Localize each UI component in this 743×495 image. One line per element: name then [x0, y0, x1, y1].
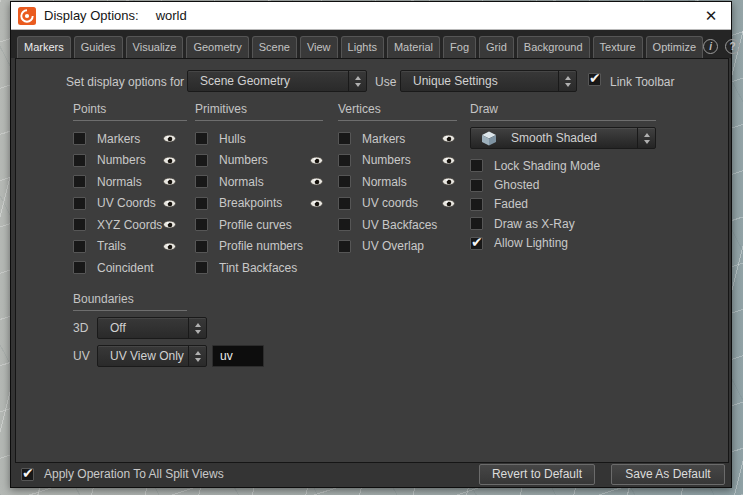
tab[interactable]: Texture	[593, 36, 643, 58]
option-checkbox[interactable]	[73, 154, 86, 167]
points-header: Points	[73, 102, 187, 121]
tab-label: Optimize	[653, 41, 696, 53]
boundaries-3d-dropdown[interactable]: Off	[97, 317, 207, 339]
option-checkbox[interactable]	[470, 237, 483, 250]
use-settings-dropdown[interactable]: Unique Settings	[400, 70, 577, 92]
points-option-row: Trails	[73, 236, 176, 258]
eye-icon[interactable]	[163, 242, 176, 251]
close-icon[interactable]: ✕	[701, 6, 721, 26]
eye-icon[interactable]	[442, 199, 455, 208]
points-option-row: Coincident	[73, 257, 176, 279]
option-checkbox[interactable]	[470, 179, 483, 192]
option-checkbox[interactable]	[338, 240, 351, 253]
boundaries-header: Boundaries	[73, 292, 187, 311]
titlebar[interactable]: Display Options:world ✕	[11, 2, 731, 30]
eye-icon[interactable]	[163, 199, 176, 208]
boundaries-uv-value: UV View Only	[98, 346, 188, 366]
option-checkbox[interactable]	[470, 217, 483, 230]
primitives-option-row: Profile numbers	[195, 236, 323, 258]
option-label: Numbers	[97, 153, 163, 167]
tab-label: View	[307, 41, 331, 53]
tab-label: Geometry	[193, 41, 241, 53]
option-checkbox[interactable]	[470, 198, 483, 211]
eye-icon[interactable]	[310, 177, 323, 186]
eye-icon[interactable]	[310, 156, 323, 165]
tab[interactable]: Background	[517, 36, 590, 58]
option-label: Draw as X-Ray	[494, 217, 656, 231]
shaded-cube-icon	[481, 131, 497, 146]
eye-icon[interactable]	[442, 134, 455, 143]
eye-icon[interactable]	[163, 220, 176, 229]
option-checkbox[interactable]	[338, 154, 351, 167]
use-settings-value: Unique Settings	[401, 71, 558, 91]
option-checkbox[interactable]	[73, 218, 86, 231]
eye-icon[interactable]	[163, 134, 176, 143]
option-checkbox[interactable]	[470, 159, 483, 172]
primitives-option-row: Hulls	[195, 128, 323, 150]
info-icon[interactable]: i	[703, 39, 718, 54]
shading-mode-dropdown[interactable]: Smooth Shaded	[470, 127, 656, 149]
option-checkbox[interactable]	[73, 132, 86, 145]
option-label: Allow Lighting	[494, 236, 656, 250]
use-label: Use	[375, 75, 396, 89]
option-label: UV coords	[362, 196, 442, 210]
link-toolbar-checkbox[interactable]	[588, 73, 601, 86]
vertices-option-row: Numbers	[338, 150, 455, 172]
eye-icon[interactable]	[163, 156, 176, 165]
option-label: Profile curves	[219, 218, 310, 232]
tab[interactable]: Material	[387, 36, 440, 58]
draw-option-row: Draw as X-Ray	[470, 214, 656, 233]
option-checkbox[interactable]	[73, 240, 86, 253]
help-icon[interactable]: ?	[725, 39, 740, 54]
option-checkbox[interactable]	[195, 261, 208, 274]
tab-label: Grid	[486, 41, 507, 53]
option-checkbox[interactable]	[338, 218, 351, 231]
draw-option-row: Lock Shading Mode	[470, 156, 656, 175]
tab[interactable]: Lights	[341, 36, 384, 58]
revert-to-default-button[interactable]: Revert to Default	[479, 464, 595, 485]
dropdown-arrows-icon	[637, 128, 655, 148]
option-checkbox[interactable]	[195, 240, 208, 253]
tab[interactable]: Fog	[443, 36, 476, 58]
option-checkbox[interactable]	[73, 197, 86, 210]
eye-icon[interactable]	[310, 199, 323, 208]
option-checkbox[interactable]	[338, 197, 351, 210]
set-display-options-label: Set display options for	[66, 75, 184, 89]
window-title: Display Options:world	[44, 8, 187, 23]
tab[interactable]: Geometry	[186, 36, 248, 58]
option-checkbox[interactable]	[73, 261, 86, 274]
tab[interactable]: Optimize	[646, 36, 703, 58]
tab-label: Scene	[259, 41, 290, 53]
tab[interactable]: View	[300, 36, 338, 58]
option-checkbox[interactable]	[195, 132, 208, 145]
option-checkbox[interactable]	[195, 175, 208, 188]
boundaries-uv-dropdown[interactable]: UV View Only	[97, 345, 207, 367]
option-checkbox[interactable]	[195, 218, 208, 231]
scene-geometry-value: Scene Geometry	[188, 71, 348, 91]
tab[interactable]: Scene	[252, 36, 297, 58]
tab[interactable]: Markers	[17, 36, 71, 58]
eye-icon[interactable]	[442, 177, 455, 186]
apply-all-split-views-checkbox[interactable]	[21, 468, 34, 481]
option-checkbox[interactable]	[73, 175, 86, 188]
tab[interactable]: Guides	[74, 36, 123, 58]
uv-attribute-field[interactable]	[212, 345, 264, 367]
save-as-default-button[interactable]: Save As Default	[611, 464, 725, 485]
tab[interactable]: Grid	[479, 36, 514, 58]
option-checkbox[interactable]	[195, 154, 208, 167]
eye-icon[interactable]	[163, 177, 176, 186]
option-label: Breakpoints	[219, 196, 310, 210]
tab[interactable]: Visualize	[126, 36, 184, 58]
option-checkbox[interactable]	[338, 175, 351, 188]
tab-label: Fog	[450, 41, 469, 53]
option-checkbox[interactable]	[195, 197, 208, 210]
eye-icon[interactable]	[442, 156, 455, 165]
option-label: Ghosted	[494, 178, 656, 192]
vertices-option-row: UV Backfaces	[338, 214, 455, 236]
points-option-row: Numbers	[73, 150, 176, 172]
primitives-section: Primitives Hulls	[195, 102, 323, 279]
option-label: Normals	[362, 175, 442, 189]
scene-geometry-dropdown[interactable]: Scene Geometry	[187, 70, 367, 92]
option-checkbox[interactable]	[338, 132, 351, 145]
markers-panel: Set display options for Scene Geometry U…	[15, 58, 729, 463]
